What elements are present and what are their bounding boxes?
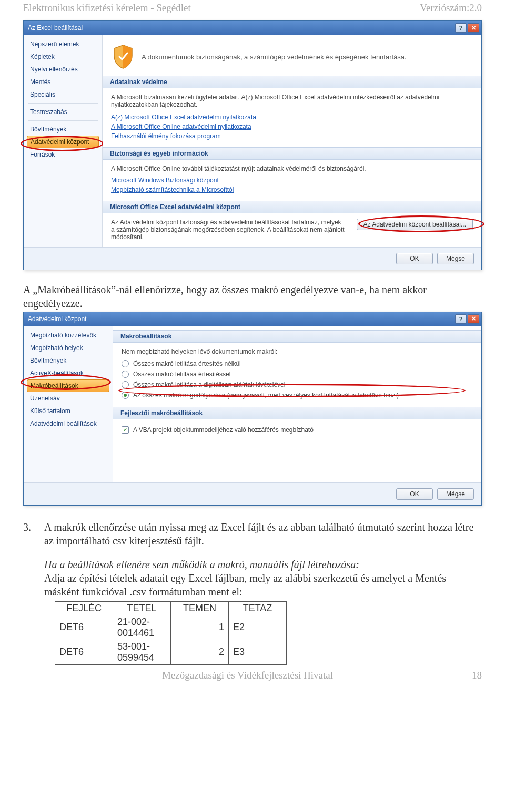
sidebar-item-proofing[interactable]: Nyelvi ellenőrzés xyxy=(24,63,102,76)
section-head-trust-center: Microsoft Office Excel adatvédelmi közpo… xyxy=(103,201,481,213)
privacy-body: A Microsoft bizalmasan kezeli ügyfelei a… xyxy=(111,94,473,108)
close-button[interactable]: ✕ xyxy=(468,23,479,33)
trust-center-body: Az Adatvédelmi központ biztonsági és ada… xyxy=(111,219,346,241)
excel-options-dialog: Az Excel beállításai ? ✕ Népszerű elemek… xyxy=(23,20,482,270)
help-button[interactable]: ? xyxy=(455,314,467,324)
th-temen: TEMEN xyxy=(171,601,229,615)
sidebar-item-activex[interactable]: ActiveX-beállítások xyxy=(24,367,113,379)
cancel-button[interactable]: Mégse xyxy=(437,253,474,264)
radio-disable-no-notify[interactable]: Összes makró letiltása értesítés nélkül xyxy=(122,358,473,369)
section-head-dev-macro: Fejlesztői makróbeállítások xyxy=(113,407,481,419)
sidebar-item-macro-settings[interactable]: Makróbeállítások xyxy=(27,379,109,392)
cell-temen: 2 xyxy=(171,640,229,664)
cell-tetel: 53-001-0599454 xyxy=(113,640,171,664)
banner-text: A dokumentumok biztonságának, a számítóg… xyxy=(142,53,407,61)
table-header-row: FEJLÉC TETEL TEMEN TETAZ xyxy=(55,601,287,615)
csv-table: FEJLÉC TETEL TEMEN TETAZ DET6 21-002-001… xyxy=(55,601,287,665)
th-tetaz: TETAZ xyxy=(229,601,287,615)
radio-label: Összes makró letiltása értesítéssel xyxy=(133,371,230,378)
cancel-button[interactable]: Mégse xyxy=(437,488,474,500)
cell-fejlec: DET6 xyxy=(55,615,113,640)
step-number-3: 3. xyxy=(23,520,39,548)
th-fejlec: FEJLÉC xyxy=(55,601,113,615)
close-button[interactable]: ✕ xyxy=(468,314,479,324)
section-head-macro: Makróbeállítások xyxy=(113,330,481,343)
header-right: Verziószám:2.0 xyxy=(420,2,482,14)
link-win-security[interactable]: Microsoft Windows Biztonsági központ xyxy=(111,176,219,185)
page-footer: Mezőgazdasági és Vidékfejlesztési Hivata… xyxy=(23,667,482,686)
radio-icon xyxy=(122,360,129,367)
section-head-privacy: Adatainak védelme xyxy=(103,76,481,88)
dialog-footer: OK Mégse xyxy=(24,247,481,270)
dialog-footer: OK Mégse xyxy=(24,482,481,505)
cell-fejlec: DET6 xyxy=(55,640,113,664)
sidebar-item-privacy[interactable]: Adatvédelmi beállítások xyxy=(24,417,113,430)
checkbox-label: A VBA projekt objektummodelljéhez való h… xyxy=(133,426,314,434)
radio-disable-except-signed[interactable]: Összes makró letiltása a digitálisan alá… xyxy=(122,379,473,390)
radio-label: Az összes makró engedélyezése (nem javas… xyxy=(133,392,399,399)
radio-enable-all[interactable]: Az összes makró engedélyezése (nem javas… xyxy=(122,390,473,400)
instruction-paragraph-3: A makrók ellenőrzése után nyissa meg az … xyxy=(44,520,482,548)
sidebar-item-customize[interactable]: Testreszabás xyxy=(24,106,102,118)
trust-main: Makróbeállítások Nem megbízható helyeken… xyxy=(113,326,481,482)
options-main: A dokumentumok biztonságának, a számítóg… xyxy=(103,35,481,247)
link-trustworthy[interactable]: Megbízható számítástechnika a Microsoftt… xyxy=(111,185,234,194)
macro-intro: Nem megbízható helyeken lévő dokumentumo… xyxy=(122,348,473,355)
ok-button[interactable]: OK xyxy=(396,253,433,264)
radio-disable-notify[interactable]: Összes makró letiltása értesítéssel xyxy=(122,369,473,379)
window-title: Adatvédelmi központ xyxy=(28,315,86,323)
radio-label: Összes makró letiltása a digitálisan alá… xyxy=(133,381,285,388)
cell-tetaz: E3 xyxy=(229,640,287,664)
footer-page-number: 18 xyxy=(472,670,482,681)
security-body: A Microsoft Office Online további tájéko… xyxy=(111,165,473,172)
sidebar-item-addins[interactable]: Bővítmények xyxy=(24,354,113,367)
radio-icon xyxy=(122,392,129,399)
options-sidebar: Népszerű elemek Képletek Nyelvi ellenőrz… xyxy=(24,35,103,247)
sidebar-item-save[interactable]: Mentés xyxy=(24,76,102,88)
link-excel-privacy[interactable]: A(z) Microsoft Office Excel adatvédelmi … xyxy=(111,112,256,122)
cell-temen: 1 xyxy=(171,615,229,640)
trust-sidebar: Megbízható közzétevők Megbízható helyek … xyxy=(24,326,113,482)
cell-tetel: 21-002-0014461 xyxy=(113,615,171,640)
radio-label: Összes makró letiltása értesítés nélkül xyxy=(133,360,241,367)
footer-center: Mezőgazdasági és Vidékfejlesztési Hivata… xyxy=(23,670,472,681)
sidebar-item-resources[interactable]: Források xyxy=(24,148,102,161)
sidebar-item-popular[interactable]: Népszerű elemek xyxy=(24,38,102,50)
titlebar[interactable]: Adatvédelmi központ ? ✕ xyxy=(24,312,481,326)
page-header: Elektronikus kifizetési kérelem - Segédl… xyxy=(23,0,482,15)
titlebar[interactable]: Az Excel beállításai ? ✕ xyxy=(24,21,481,35)
checkbox-icon xyxy=(122,426,129,434)
shield-icon xyxy=(112,44,134,69)
sidebar-item-addins[interactable]: Bővítmények xyxy=(24,123,102,136)
table-row: DET6 21-002-0014461 1 E2 xyxy=(55,615,287,640)
sidebar-item-message-bar[interactable]: Üzenetsáv xyxy=(24,392,113,405)
trust-center-dialog: Adatvédelmi központ ? ✕ Megbízható közzé… xyxy=(23,312,482,506)
checkbox-vba-trust[interactable]: A VBA projekt objektummodelljéhez való h… xyxy=(122,425,473,435)
window-title: Az Excel beállításai xyxy=(28,24,83,32)
sidebar-item-advanced[interactable]: Speciális xyxy=(24,88,102,101)
help-button[interactable]: ? xyxy=(455,23,467,33)
trust-center-settings-button[interactable]: Az Adatvédelmi központ beállításai... xyxy=(357,219,473,230)
manual-file-body: Adja az építési tételek adatait egy Exce… xyxy=(44,572,446,598)
sidebar-item-external[interactable]: Külső tartalom xyxy=(24,405,113,417)
link-ceip[interactable]: Felhasználói élmény fokozása program xyxy=(111,131,221,141)
manual-file-heading: Ha a beállítások ellenére sem működik a … xyxy=(44,559,359,570)
ok-button[interactable]: OK xyxy=(396,488,433,500)
sidebar-item-locations[interactable]: Megbízható helyek xyxy=(24,342,113,354)
radio-icon xyxy=(122,381,129,388)
instruction-paragraph-1: A „Makróbeállítások”-nál ellenőrizze, ho… xyxy=(23,283,482,311)
sidebar-item-formulas[interactable]: Képletek xyxy=(24,50,102,63)
cell-tetaz: E2 xyxy=(229,615,287,640)
table-row: DET6 53-001-0599454 2 E3 xyxy=(55,640,287,664)
sidebar-item-publishers[interactable]: Megbízható közzétevők xyxy=(24,329,113,342)
header-left: Elektronikus kifizetési kérelem - Segédl… xyxy=(23,2,191,14)
th-tetel: TETEL xyxy=(113,601,171,615)
section-head-security: Biztonsági és egyéb információk xyxy=(103,147,481,160)
radio-icon xyxy=(122,371,129,378)
sidebar-item-trust-center[interactable]: Adatvédelmi központ xyxy=(27,136,99,148)
link-office-online-privacy[interactable]: A Microsoft Office Online adatvédelmi ny… xyxy=(111,122,251,131)
